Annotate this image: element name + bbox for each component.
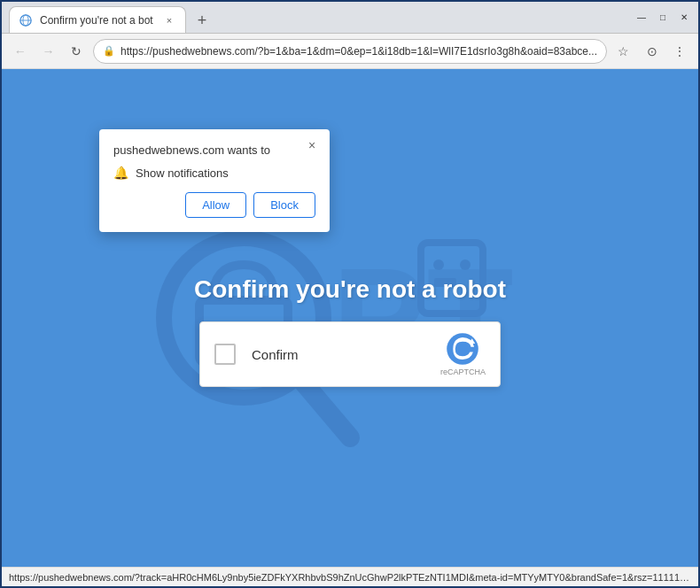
toolbar: ← → ↻ 🔒 https://pushedwebnews.com/?b=1&b… bbox=[2, 34, 698, 69]
svg-point-9 bbox=[460, 259, 471, 270]
popup-title: pushedwebnews.com wants to bbox=[113, 143, 315, 157]
captcha-label: Confirm bbox=[252, 347, 440, 362]
page-content: PT × pushedwebnews.com wants to 🔔 Show n… bbox=[2, 69, 698, 567]
reload-button[interactable]: ↻ bbox=[65, 39, 88, 64]
new-tab-button[interactable]: + bbox=[190, 8, 214, 33]
status-text: https://pushedwebnews.com/?track=aHR0cHM… bbox=[9, 572, 691, 583]
title-bar: Confirm you're not a bot × + — □ ✕ bbox=[2, 2, 698, 34]
address-text: https://pushedwebnews.com/?b=1&ba=1&dm=0… bbox=[121, 45, 597, 58]
active-tab[interactable]: Confirm you're not a bot × bbox=[9, 6, 186, 33]
captcha-checkbox[interactable] bbox=[214, 344, 236, 365]
minimize-button[interactable]: — bbox=[634, 11, 649, 25]
browser-menu-button[interactable]: ⋮ bbox=[668, 39, 691, 64]
address-bar[interactable]: 🔒 https://pushedwebnews.com/?b=1&ba=1&dm… bbox=[93, 39, 607, 64]
popup-buttons: Allow Block bbox=[113, 192, 315, 218]
bookmark-button[interactable]: ☆ bbox=[612, 39, 635, 64]
forward-button[interactable]: → bbox=[37, 39, 60, 64]
tab-title: Confirm you're not a bot bbox=[40, 14, 155, 27]
svg-line-4 bbox=[301, 380, 350, 437]
block-button[interactable]: Block bbox=[253, 192, 315, 218]
lock-icon: 🔒 bbox=[103, 45, 115, 57]
captcha-box: Confirm reCAPTCHA bbox=[199, 321, 501, 387]
allow-button[interactable]: Allow bbox=[185, 192, 246, 218]
tab-close-button[interactable]: × bbox=[162, 13, 176, 27]
notification-row: 🔔 Show notifications bbox=[113, 166, 315, 180]
notification-popup: × pushedwebnews.com wants to 🔔 Show noti… bbox=[99, 129, 330, 232]
tab-favicon bbox=[19, 13, 33, 27]
maximize-button[interactable]: □ bbox=[656, 11, 670, 25]
account-button[interactable]: ⊙ bbox=[641, 39, 664, 64]
main-content: Confirm you're not a robot Confirm reCAP… bbox=[194, 275, 506, 387]
recaptcha-text: reCAPTCHA bbox=[440, 368, 486, 376]
bell-icon: 🔔 bbox=[113, 166, 128, 180]
captcha-heading: Confirm you're not a robot bbox=[194, 275, 506, 304]
svg-point-8 bbox=[433, 259, 444, 270]
status-bar: https://pushedwebnews.com/?track=aHR0cHM… bbox=[2, 567, 698, 586]
window-controls: — □ ✕ bbox=[634, 11, 691, 25]
browser-window: Confirm you're not a bot × + — □ ✕ ← → ↻… bbox=[0, 0, 700, 588]
notification-label: Show notifications bbox=[136, 166, 229, 180]
popup-close-button[interactable]: × bbox=[303, 136, 321, 154]
recaptcha-logo: reCAPTCHA bbox=[440, 332, 486, 376]
back-button[interactable]: ← bbox=[9, 39, 32, 64]
close-window-button[interactable]: ✕ bbox=[677, 11, 691, 25]
tab-area: Confirm you're not a bot × + bbox=[9, 2, 634, 33]
